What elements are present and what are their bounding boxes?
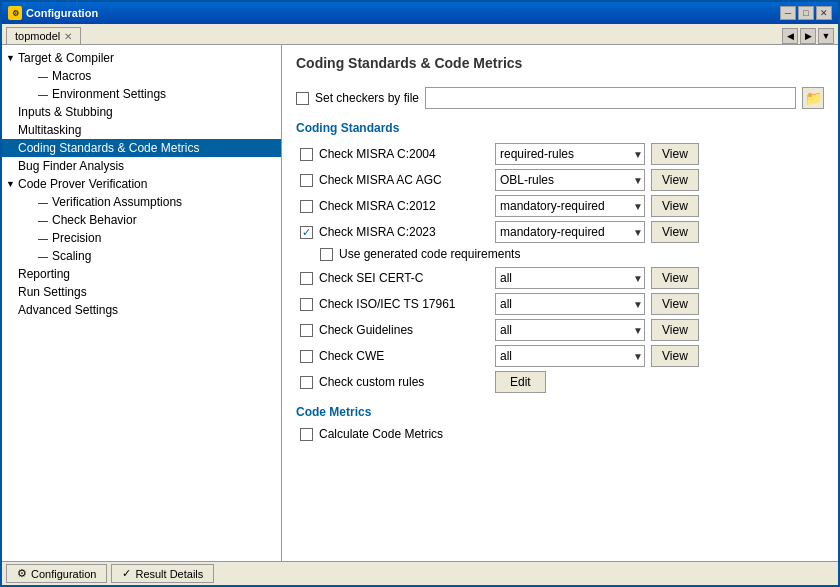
misra-ac-agc-label: Check MISRA AC AGC (319, 173, 489, 187)
maximize-button[interactable]: □ (798, 6, 814, 20)
misra-2004-checkbox[interactable] (300, 148, 313, 161)
sidebar-item-label: Bug Finder Analysis (18, 159, 124, 173)
sidebar-item-reporting[interactable]: Reporting (2, 265, 281, 283)
iso-iec-ts-dropdown[interactable]: all (495, 293, 645, 315)
sidebar-item-check-behavior[interactable]: —Check Behavior (2, 211, 281, 229)
sei-cert-c-dropdown[interactable]: all (495, 267, 645, 289)
guidelines-dropdown[interactable]: all (495, 319, 645, 341)
misra-2004-dropdown[interactable]: required-rules (495, 143, 645, 165)
sidebar-item-label: Check Behavior (52, 213, 137, 227)
sidebar-item-code-prover[interactable]: ▼Code Prover Verification (2, 175, 281, 193)
guidelines-view-button[interactable]: View (651, 319, 699, 341)
cwe-label: Check CWE (319, 349, 489, 363)
iso-iec-ts-label: Check ISO/IEC TS 17961 (319, 297, 489, 311)
tab-menu-button[interactable]: ▼ (818, 28, 834, 44)
checker-row-misra-2012: Check MISRA C:2012mandatory-required▼Vie… (296, 195, 824, 217)
sidebar-item-multitasking[interactable]: Multitasking (2, 121, 281, 139)
iso-iec-ts-checkbox[interactable] (300, 298, 313, 311)
guidelines-dropdown-wrapper: all▼ (495, 319, 645, 341)
sidebar-item-advanced-settings[interactable]: Advanced Settings (2, 301, 281, 319)
custom-rules-checkbox[interactable] (300, 376, 313, 389)
tab-label: topmodel (15, 30, 60, 42)
iso-iec-ts-view-button[interactable]: View (651, 293, 699, 315)
coding-standards-header: Coding Standards (296, 121, 824, 135)
set-checkers-input[interactable] (425, 87, 796, 109)
calculate-metrics-label: Calculate Code Metrics (319, 427, 443, 441)
main-window: ⚙ Configuration ─ □ ✕ topmodel ✕ ◀ ▶ ▼ ▼… (0, 0, 840, 587)
set-checkers-checkbox[interactable] (296, 92, 309, 105)
sidebar-item-bug-finder[interactable]: Bug Finder Analysis (2, 157, 281, 175)
tab-navigation: ◀ ▶ ▼ (782, 28, 838, 44)
misra-2004-view-button[interactable]: View (651, 143, 699, 165)
misra-2012-dropdown-wrapper: mandatory-required▼ (495, 195, 645, 217)
cwe-view-button[interactable]: View (651, 345, 699, 367)
title-bar: ⚙ Configuration ─ □ ✕ (2, 2, 838, 24)
sei-cert-c-dropdown-wrapper: all▼ (495, 267, 645, 289)
window-title: Configuration (26, 7, 98, 19)
sidebar-item-verification-assumptions[interactable]: —Verification Assumptions (2, 193, 281, 211)
code-metrics-header: Code Metrics (296, 405, 824, 419)
misra-ac-agc-dropdown[interactable]: OBL-rules (495, 169, 645, 191)
sidebar-item-label: Coding Standards & Code Metrics (18, 141, 199, 155)
sidebar-item-label: Verification Assumptions (52, 195, 182, 209)
tree-arrow-icon: ▼ (6, 53, 18, 63)
use-generated-code-checkbox[interactable] (320, 248, 333, 261)
checker-row-iso-iec-ts: Check ISO/IEC TS 17961all▼View (296, 293, 824, 315)
sei-cert-c-label: Check SEI CERT-C (319, 271, 489, 285)
sidebar-item-target-compiler[interactable]: ▼Target & Compiler (2, 49, 281, 67)
sidebar-item-env-settings[interactable]: —Environment Settings (2, 85, 281, 103)
bottom-tab-label: Result Details (135, 568, 203, 580)
minimize-button[interactable]: ─ (780, 6, 796, 20)
cwe-checkbox[interactable] (300, 350, 313, 363)
tree-dash-icon: — (38, 215, 52, 226)
guidelines-checkbox[interactable] (300, 324, 313, 337)
main-content: ▼Target & Compiler—Macros—Environment Se… (2, 45, 838, 561)
misra-ac-agc-view-button[interactable]: View (651, 169, 699, 191)
misra-2023-dropdown[interactable]: mandatory-required (495, 221, 645, 243)
sidebar-item-label: Environment Settings (52, 87, 166, 101)
misra-2012-view-button[interactable]: View (651, 195, 699, 217)
misra-2023-checkbox[interactable]: ✓ (300, 226, 313, 239)
sidebar-item-macros[interactable]: —Macros (2, 67, 281, 85)
sei-cert-c-checkbox[interactable] (300, 272, 313, 285)
sidebar-item-scaling[interactable]: —Scaling (2, 247, 281, 265)
use-generated-code-label: Use generated code requirements (339, 247, 520, 261)
sidebar-item-precision[interactable]: —Precision (2, 229, 281, 247)
sidebar-item-run-settings[interactable]: Run Settings (2, 283, 281, 301)
misra-ac-agc-dropdown-wrapper: OBL-rules▼ (495, 169, 645, 191)
tree-dash-icon: — (38, 197, 52, 208)
cwe-dropdown[interactable]: all (495, 345, 645, 367)
sidebar-item-label: Multitasking (18, 123, 81, 137)
checker-row-custom-rules: Check custom rulesEdit (296, 371, 824, 393)
misra-2004-label: Check MISRA C:2004 (319, 147, 489, 161)
misra-2012-dropdown[interactable]: mandatory-required (495, 195, 645, 217)
sidebar-item-inputs-stubbing[interactable]: Inputs & Stubbing (2, 103, 281, 121)
tab-close-icon[interactable]: ✕ (64, 31, 72, 42)
bottom-tab-configuration[interactable]: ⚙Configuration (6, 564, 107, 583)
iso-iec-ts-dropdown-wrapper: all▼ (495, 293, 645, 315)
panel-title: Coding Standards & Code Metrics (296, 55, 824, 75)
bottom-tab-result-details[interactable]: ✓Result Details (111, 564, 214, 583)
tab-topmodel[interactable]: topmodel ✕ (6, 27, 81, 44)
sei-cert-c-view-button[interactable]: View (651, 267, 699, 289)
tree-arrow-icon: ▼ (6, 179, 18, 189)
app-icon: ⚙ (8, 6, 22, 20)
calculate-metrics-row: Calculate Code Metrics (296, 427, 824, 441)
sidebar: ▼Target & Compiler—Macros—Environment Se… (2, 45, 282, 561)
misra-2023-view-button[interactable]: View (651, 221, 699, 243)
misra-2012-checkbox[interactable] (300, 200, 313, 213)
bottom-bar: ⚙Configuration✓Result Details (2, 561, 838, 585)
tree-dash-icon: — (38, 233, 52, 244)
folder-button[interactable]: 📁 (802, 87, 824, 109)
title-bar-left: ⚙ Configuration (8, 6, 98, 20)
custom-rules-edit-button[interactable]: Edit (495, 371, 546, 393)
close-window-button[interactable]: ✕ (816, 6, 832, 20)
misra-ac-agc-checkbox[interactable] (300, 174, 313, 187)
tab-next-button[interactable]: ▶ (800, 28, 816, 44)
checker-row-misra-2004: Check MISRA C:2004required-rules▼View (296, 143, 824, 165)
tree-dash-icon: — (38, 251, 52, 262)
tab-prev-button[interactable]: ◀ (782, 28, 798, 44)
sidebar-item-coding-standards[interactable]: Coding Standards & Code Metrics (2, 139, 281, 157)
misra-2012-label: Check MISRA C:2012 (319, 199, 489, 213)
calculate-metrics-checkbox[interactable] (300, 428, 313, 441)
